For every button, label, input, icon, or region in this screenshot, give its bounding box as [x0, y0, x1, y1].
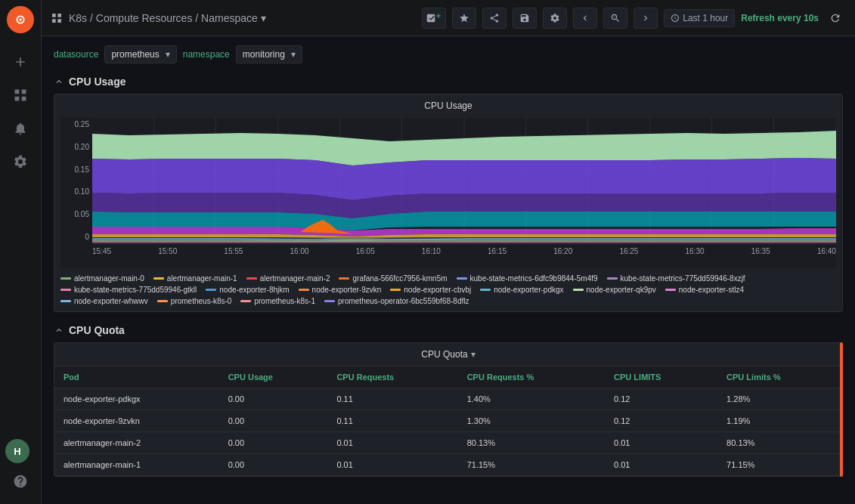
refresh-button[interactable] — [825, 8, 846, 29]
cell-limits: 0.01 — [605, 432, 717, 454]
legend-node-exporter-qk9pv[interactable]: node-exporter-qk9pv — [573, 286, 656, 294]
legend-node-exporter-9zvkn[interactable]: node-exporter-9zvkn — [299, 286, 382, 294]
breadcrumb-caret[interactable]: ▾ — [261, 12, 266, 24]
cpu-usage-chart-title: CPU Usage — [60, 100, 836, 111]
table-title-caret[interactable]: ▾ — [471, 349, 476, 360]
cell-requests: 0.11 — [327, 388, 457, 410]
cell-pod: alertmanager-main-1 — [54, 454, 219, 476]
cpu-usage-section-header[interactable]: CPU Usage — [54, 76, 843, 88]
sidebar-bottom: H — [5, 436, 36, 498]
cell-req-pct: 71.15% — [458, 454, 605, 476]
legend-prometheus-k8s-1[interactable]: prometheus-k8s-1 — [240, 297, 315, 305]
col-cpu-limits: CPU LIMITS — [605, 366, 717, 388]
plus-icon[interactable] — [5, 47, 36, 77]
cell-limits: 0.12 — [605, 388, 717, 410]
cpu-quota-panel: CPU Quota ▾ Pod CPU Usage CPU Requests C… — [54, 342, 843, 477]
breadcrumb-text: K8s / Compute Resources / Namespace — [69, 12, 258, 24]
cpu-usage-chart: 0.25 0.20 0.15 0.10 0.05 0 — [60, 117, 836, 268]
datasource-caret: ▾ — [166, 49, 170, 60]
chart-svg-area — [92, 117, 836, 244]
legend-alertmanager-main-0[interactable]: alertmanager-main-0 — [60, 274, 144, 283]
legend-node-exporter-8hjkm[interactable]: node-exporter-8hjkm — [206, 286, 289, 294]
cell-lim-pct: 71.15% — [717, 454, 842, 476]
legend-node-exporter-pdkgx[interactable]: node-exporter-pdkgx — [480, 286, 563, 294]
legend-prometheus-k8s-0[interactable]: prometheus-k8s-0 — [157, 297, 232, 305]
variable-bar: datasource prometheus ▾ namespace monito… — [54, 45, 843, 63]
quota-table: Pod CPU Usage CPU Requests CPU Requests … — [54, 366, 842, 476]
col-cpu-requests: CPU Requests — [327, 366, 457, 388]
cell-usage: 0.00 — [219, 432, 328, 454]
share-button[interactable] — [482, 8, 506, 29]
table-title: CPU Quota ▾ — [54, 343, 842, 366]
cell-limits: 0.12 — [605, 410, 717, 432]
legend-kube-state-6dfc[interactable]: kube-state-metrics-6dfc9b9844-5m4f9 — [457, 274, 598, 283]
breadcrumb: K8s / Compute Resources / Namespace ▾ — [69, 12, 266, 24]
col-cpu-usage: CPU Usage — [219, 366, 328, 388]
svg-point-1 — [19, 18, 22, 21]
grid-panel-icon[interactable] — [51, 12, 63, 24]
forward-button[interactable] — [634, 8, 658, 29]
settings-button[interactable] — [543, 8, 567, 29]
cell-requests: 0.01 — [327, 454, 457, 476]
legend-node-exporter-cbvbj[interactable]: node-exporter-cbvbj — [390, 286, 471, 294]
legend-kube-state-775-8xzjf[interactable]: kube-state-metrics-775dd59946-8xzjf — [607, 274, 745, 283]
bell-icon[interactable] — [5, 113, 36, 144]
question-icon[interactable] — [5, 466, 36, 496]
cell-requests: 0.01 — [327, 432, 457, 454]
time-range-label: Last 1 hour — [683, 13, 728, 23]
legend-node-exporter-stlz4[interactable]: node-exporter-stlz4 — [665, 286, 744, 294]
cell-requests: 0.11 — [327, 410, 457, 432]
namespace-label: namespace — [183, 49, 230, 60]
cpu-usage-title: CPU Usage — [69, 76, 125, 88]
time-range-selector[interactable]: Last 1 hour — [664, 9, 735, 27]
legend-kube-state-775-gtkll[interactable]: kube-state-metrics-775dd59946-gtkll — [60, 286, 197, 294]
legend-prometheus-operator[interactable]: prometheus-operator-6bc559bf68-8dflz — [324, 297, 469, 305]
cell-usage: 0.00 — [219, 388, 328, 410]
star-button[interactable] — [452, 8, 476, 29]
grid-icon[interactable] — [5, 80, 36, 110]
col-cpu-limits-pct: CPU Limits % — [717, 366, 842, 388]
table-row: alertmanager-main-1 0.00 0.01 71.15% 0.0… — [54, 454, 842, 476]
sidebar: H — [0, 0, 42, 504]
cell-req-pct: 1.40% — [458, 388, 605, 410]
legend-node-exporter-whwwv[interactable]: node-exporter-whwwv — [60, 297, 148, 305]
cell-lim-pct: 1.28% — [717, 388, 842, 410]
namespace-caret: ▾ — [291, 49, 296, 60]
cell-lim-pct: 1.19% — [717, 410, 842, 432]
main-content: K8s / Compute Resources / Namespace ▾ — [42, 0, 855, 504]
chart-yaxis: 0.25 0.20 0.15 0.10 0.05 0 — [60, 117, 92, 244]
grafana-logo[interactable] — [7, 6, 34, 33]
cpu-quota-title: CPU Quota — [69, 324, 125, 336]
scroll-indicator — [840, 342, 843, 477]
datasource-label: datasource — [54, 49, 98, 60]
avatar[interactable]: H — [5, 439, 29, 463]
back-button[interactable] — [573, 8, 597, 29]
namespace-select[interactable]: monitoring ▾ — [236, 45, 302, 63]
datasource-select[interactable]: prometheus ▾ — [104, 45, 176, 63]
table-row: alertmanager-main-2 0.00 0.01 80.13% 0.0… — [54, 432, 842, 454]
cell-limits: 0.01 — [605, 454, 717, 476]
add-panel-button[interactable] — [422, 8, 446, 29]
chart-legend: alertmanager-main-0 alertmanager-main-1 … — [60, 274, 836, 305]
col-cpu-requests-pct: CPU Requests % — [458, 366, 605, 388]
table-row: node-exporter-pdkgx 0.00 0.11 1.40% 0.12… — [54, 388, 842, 410]
cell-req-pct: 1.30% — [458, 410, 605, 432]
cpu-usage-panel: CPU Usage 0.25 0.20 0.15 0.10 0.05 0 — [54, 94, 843, 312]
cell-pod: node-exporter-pdkgx — [54, 388, 219, 410]
gear-icon[interactable] — [5, 147, 36, 177]
legend-grafana[interactable]: grafana-566fcc7956-kmn5m — [339, 274, 447, 283]
cell-req-pct: 80.13% — [458, 432, 605, 454]
cell-usage: 0.00 — [219, 410, 328, 432]
legend-alertmanager-main-1[interactable]: alertmanager-main-1 — [153, 274, 237, 283]
topbar: K8s / Compute Resources / Namespace ▾ — [42, 0, 855, 36]
datasource-value: prometheus — [111, 49, 159, 60]
dashboard-content: datasource prometheus ▾ namespace monito… — [42, 36, 855, 504]
table-title-text: CPU Quota — [421, 349, 467, 360]
save-button[interactable] — [513, 8, 537, 29]
refresh-interval-label[interactable]: Refresh every 10s — [741, 13, 819, 23]
cpu-quota-section-header[interactable]: CPU Quota — [54, 324, 843, 336]
cell-pod: node-exporter-9zvkn — [54, 410, 219, 432]
cpu-quota-table: CPU Quota ▾ Pod CPU Usage CPU Requests C… — [54, 342, 843, 477]
zoom-out-button[interactable] — [603, 8, 627, 29]
legend-alertmanager-main-2[interactable]: alertmanager-main-2 — [246, 274, 330, 283]
